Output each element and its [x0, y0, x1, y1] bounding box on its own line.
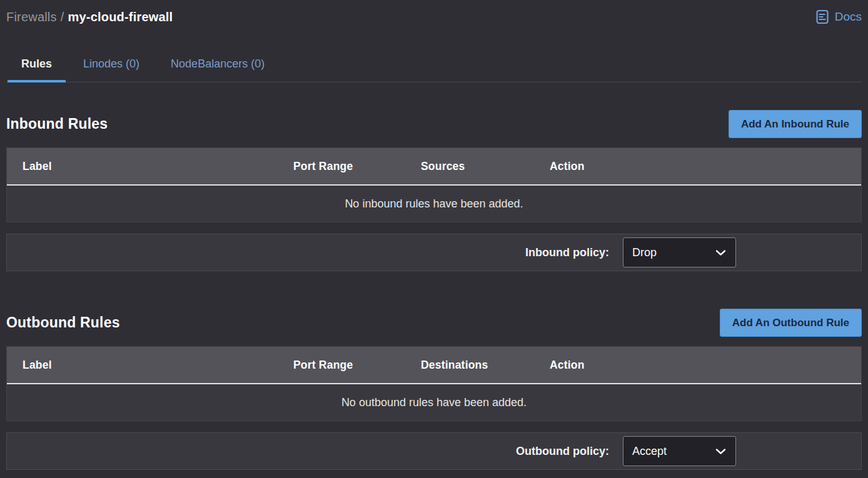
outbound-policy-select[interactable]: Accept: [623, 436, 736, 466]
inbound-col-port-range: Port Range: [293, 160, 421, 173]
docs-link[interactable]: Docs: [815, 9, 862, 25]
outbound-rules-title: Outbound Rules: [6, 314, 120, 331]
inbound-col-label: Label: [23, 160, 293, 173]
inbound-section-header: Inbound Rules Add An Inbound Rule: [6, 110, 862, 138]
breadcrumb-firewalls-link[interactable]: Firewalls: [6, 10, 57, 24]
outbound-policy-selected-value: Accept: [632, 445, 667, 458]
inbound-rules-title: Inbound Rules: [6, 116, 108, 132]
inbound-policy-select[interactable]: Drop: [623, 237, 736, 267]
inbound-empty-message: No inbound rules have been added.: [7, 186, 861, 222]
breadcrumb-separator: /: [61, 10, 64, 24]
firewall-detail-page: Firewalls/my-cloud-firewall Docs Rules L…: [0, 0, 868, 470]
add-inbound-rule-button[interactable]: Add An Inbound Rule: [729, 110, 862, 138]
add-outbound-rule-button[interactable]: Add An Outbound Rule: [720, 309, 862, 337]
breadcrumb-current-firewall: my-cloud-firewall: [68, 10, 173, 24]
inbound-table-header-row: Label Port Range Sources Action: [7, 148, 861, 186]
docs-link-label: Docs: [835, 10, 862, 24]
document-icon: [815, 9, 830, 25]
outbound-section-header: Outbound Rules Add An Outbound Rule: [6, 309, 862, 337]
outbound-col-destinations: Destinations: [421, 359, 550, 372]
tab-rules[interactable]: Rules: [8, 49, 66, 82]
tab-bar: Rules Linodes (0) NodeBalancers (0): [6, 49, 862, 82]
outbound-policy-row: Outbound policy: Accept: [6, 432, 862, 470]
outbound-empty-message: No outbound rules have been added.: [7, 384, 861, 421]
inbound-col-action: Action: [550, 160, 845, 173]
breadcrumb: Firewalls/my-cloud-firewall: [6, 10, 173, 24]
outbound-rules-table: Label Port Range Destinations Action No …: [6, 346, 862, 421]
outbound-policy-label: Outbound policy:: [516, 445, 609, 458]
inbound-policy-label: Inbound policy:: [525, 246, 609, 259]
chevron-down-icon: [715, 448, 726, 455]
outbound-table-header-row: Label Port Range Destinations Action: [7, 347, 861, 384]
tab-linodes[interactable]: Linodes (0): [69, 49, 153, 82]
inbound-policy-selected-value: Drop: [632, 246, 657, 259]
outbound-col-label: Label: [23, 359, 293, 372]
inbound-policy-row: Inbound policy: Drop: [6, 234, 862, 271]
chevron-down-icon: [715, 249, 726, 256]
outbound-col-port-range: Port Range: [293, 359, 421, 372]
tab-nodebalancers[interactable]: NodeBalancers (0): [157, 49, 278, 82]
inbound-col-sources: Sources: [421, 160, 550, 173]
outbound-col-action: Action: [550, 359, 845, 372]
inbound-rules-table: Label Port Range Sources Action No inbou…: [6, 147, 862, 222]
topbar: Firewalls/my-cloud-firewall Docs: [6, 0, 862, 26]
